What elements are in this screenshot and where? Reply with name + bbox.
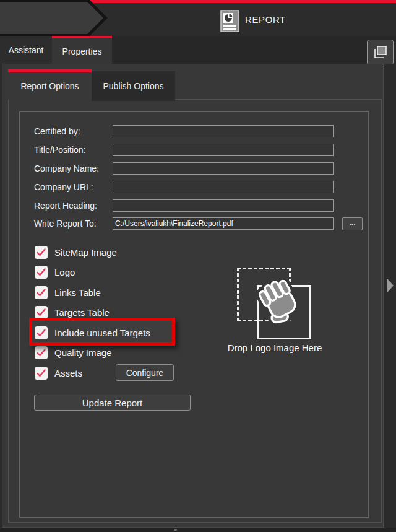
report-heading-label: Report Heading: bbox=[34, 199, 97, 212]
title-position-label: Title/Position: bbox=[34, 144, 86, 156]
right-side-strip bbox=[384, 64, 396, 532]
checkbox-row-targets-table[interactable]: Targets Table bbox=[35, 305, 110, 319]
checkbox-label: SiteMap Image bbox=[54, 247, 117, 258]
company-name-label: Company Name: bbox=[34, 162, 99, 175]
tab-properties[interactable]: Properties bbox=[52, 36, 112, 64]
tab-publish-options[interactable]: Publish Options bbox=[92, 71, 175, 101]
certified-by-input[interactable] bbox=[113, 125, 334, 137]
checkbox-row-quality-image[interactable]: Quality Image bbox=[35, 346, 112, 359]
checkbox-row-logo[interactable]: Logo bbox=[35, 265, 75, 279]
checkbox-checked-icon[interactable] bbox=[35, 286, 48, 299]
browse-button[interactable]: ... bbox=[342, 217, 363, 230]
grab-hand-icon bbox=[250, 273, 308, 331]
checkbox-checked-icon[interactable] bbox=[35, 346, 48, 359]
title-position-input[interactable] bbox=[113, 144, 334, 156]
checkbox-label: Links Table bbox=[54, 287, 101, 298]
header-accent-line bbox=[85, 0, 396, 3]
dropzone-caption: Drop Logo Image Here bbox=[213, 342, 337, 353]
checkbox-checked-icon[interactable] bbox=[35, 326, 48, 339]
configure-button-label: Configure bbox=[126, 368, 164, 378]
resize-grip[interactable] bbox=[174, 529, 177, 531]
checkbox-row-include-unused-targets[interactable]: Include unused Targets bbox=[35, 326, 150, 339]
tab-report-options-label: Report Options bbox=[20, 81, 79, 91]
update-report-button-label: Update Report bbox=[82, 398, 143, 408]
update-report-button[interactable]: Update Report bbox=[34, 395, 191, 411]
tab-properties-label: Properties bbox=[62, 46, 102, 56]
company-url-input[interactable] bbox=[113, 181, 334, 193]
breadcrumb-previous-step[interactable] bbox=[0, 2, 105, 34]
company-url-label: Company URL: bbox=[34, 181, 93, 193]
tab-publish-options-label: Publish Options bbox=[103, 81, 163, 91]
tab-assistant[interactable]: Assistant bbox=[0, 36, 52, 64]
panel-expand-arrow-icon[interactable] bbox=[387, 279, 394, 292]
footer-strip bbox=[0, 528, 396, 532]
checkbox-row-links-table[interactable]: Links Table bbox=[35, 286, 101, 299]
checkbox-checked-icon[interactable] bbox=[35, 306, 48, 319]
report-header-bar: REPORT bbox=[0, 0, 396, 36]
report-document-icon bbox=[220, 10, 239, 32]
write-report-to-label: Write Report To: bbox=[34, 217, 97, 230]
company-name-input[interactable] bbox=[113, 162, 334, 175]
checkbox-label: Quality Image bbox=[54, 347, 112, 358]
checkbox-checked-icon[interactable] bbox=[35, 266, 48, 279]
write-report-to-input[interactable] bbox=[113, 217, 334, 230]
checkbox-label: Assets bbox=[54, 368, 82, 378]
report-heading-input[interactable] bbox=[113, 199, 334, 212]
tab-assistant-label: Assistant bbox=[9, 45, 44, 55]
checkbox-label: Targets Table bbox=[54, 307, 110, 318]
tab-report-options[interactable]: Report Options bbox=[8, 69, 92, 100]
checkbox-row-assets[interactable]: Assets bbox=[35, 366, 82, 380]
page-title: REPORT bbox=[245, 11, 286, 29]
float-panel-button[interactable] bbox=[367, 40, 394, 65]
certified-by-label: Certified by: bbox=[34, 125, 80, 137]
checkbox-label: Logo bbox=[54, 267, 75, 277]
checkbox-checked-icon[interactable] bbox=[35, 246, 48, 259]
checkbox-label: Include unused Targets bbox=[54, 328, 150, 338]
checkbox-row-sitemap-image[interactable]: SiteMap Image bbox=[35, 245, 117, 259]
layered-squares-icon bbox=[372, 44, 389, 61]
configure-button[interactable]: Configure bbox=[116, 364, 174, 381]
checkbox-checked-icon[interactable] bbox=[35, 367, 48, 380]
